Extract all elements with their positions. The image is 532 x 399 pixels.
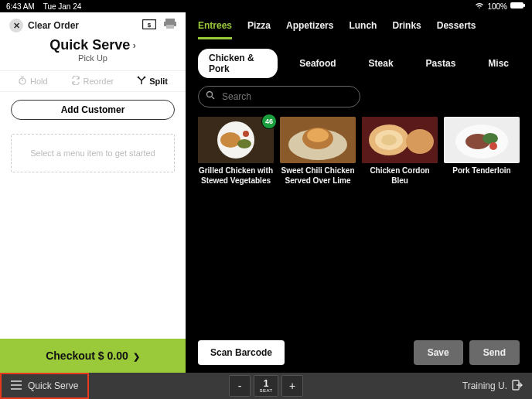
checkout-button[interactable]: Checkout $ 0.00❯ [0,339,186,373]
bottom-bar: Quick Serve - 1 SEAT + Training U. [0,373,532,399]
tab-entrees[interactable]: Entrees [198,20,232,39]
subcategory-tabs: Chicken & Pork Seafood Steak Pastas Misc [186,39,532,78]
product-label: Chicken Cordon Bleu [362,166,438,186]
cash-icon[interactable]: $ [142,19,156,32]
svg-rect-6 [166,25,174,29]
subtab-seafood[interactable]: Seafood [288,54,346,73]
svg-rect-1 [523,4,525,7]
product-label: Grilled Chicken with Stewed Vegetables [198,166,274,186]
svg-point-29 [489,142,497,150]
menu-panel: Entrees Pizza Appetizers Lunch Drinks De… [186,12,532,373]
product-grid: 46 Grilled Chicken with Stewed Vegetable… [186,117,532,186]
svg-rect-0 [510,2,523,9]
product-card[interactable]: Pork Tenderloin [444,117,520,186]
tab-drinks[interactable]: Drinks [392,20,421,39]
tab-lunch[interactable]: Lunch [349,20,377,39]
svg-point-24 [406,129,434,154]
svg-rect-4 [165,19,175,22]
subtab-chicken-pork[interactable]: Chicken & Pork [198,49,278,78]
reorder-button[interactable]: Reorder [71,76,114,87]
reorder-icon [71,76,80,87]
inventory-badge: 46 [261,114,277,129]
order-panel: ✕ Clear Order $ Quick Serve › Pick Up Ho [0,12,186,373]
svg-point-14 [237,139,251,148]
battery-icon [510,2,526,11]
product-image [362,117,438,163]
send-button[interactable]: Send [469,340,520,365]
logout-icon [512,380,523,393]
seat-increment-button[interactable]: + [281,375,303,397]
save-button[interactable]: Save [414,340,463,365]
chevron-right-icon: ❯ [133,352,140,361]
seat-stepper: - 1 SEAT + [229,375,303,397]
hold-button[interactable]: Hold [18,76,48,87]
status-date: Tue Jan 24 [43,2,82,11]
product-image [444,117,520,163]
empty-order-placeholder: Select a menu item to get started [11,134,175,172]
svg-point-9 [144,77,146,79]
user-menu-button[interactable]: Training U. [462,380,532,393]
svg-point-28 [483,133,498,144]
product-card[interactable]: Chicken Cordon Bleu [362,117,438,186]
add-customer-button[interactable]: Add Customer [11,100,175,120]
category-tabs: Entrees Pizza Appetizers Lunch Drinks De… [186,12,532,39]
svg-point-15 [243,131,249,137]
product-card[interactable]: Sweet Chili Chicken Served Over Lime [280,117,356,186]
mode-menu-button[interactable]: Quick Serve [0,373,89,399]
tab-appetizers[interactable]: Appetizers [286,20,333,39]
split-button[interactable]: Split [137,76,168,87]
clear-order-label: Clear Order [28,20,79,31]
subtab-steak[interactable]: Steak [358,54,404,73]
tab-desserts[interactable]: Desserts [437,20,476,39]
timer-icon [18,76,27,87]
seat-display[interactable]: 1 SEAT [254,375,278,397]
seat-decrement-button[interactable]: - [229,375,251,397]
chevron-right-icon: › [130,40,135,51]
close-icon: ✕ [9,19,23,32]
wifi-icon [475,2,484,11]
product-card[interactable]: 46 Grilled Chicken with Stewed Vegetable… [198,117,274,186]
order-type: Pick Up [0,53,186,63]
mode-label: Quick Serve [28,380,78,391]
product-image [280,117,356,163]
svg-point-13 [220,132,240,148]
battery-percent: 100% [487,2,507,11]
print-icon[interactable] [164,19,176,32]
svg-point-8 [138,77,140,79]
svg-point-23 [381,135,397,145]
search-input[interactable] [198,86,360,107]
subtab-pastas[interactable]: Pastas [415,54,467,73]
hamburger-icon [11,380,22,392]
svg-text:$: $ [148,22,152,29]
clear-order-button[interactable]: ✕ Clear Order [9,19,79,32]
status-bar: 6:43 AM Tue Jan 24 100% [0,0,532,12]
svg-point-10 [207,92,213,97]
subtab-misc[interactable]: Misc [477,54,520,73]
tab-pizza[interactable]: Pizza [247,20,271,39]
scan-barcode-button[interactable]: Scan Barcode [198,340,285,365]
order-title[interactable]: Quick Serve › [0,37,186,53]
split-icon [137,76,146,87]
search-icon [206,90,215,102]
user-label: Training U. [462,380,507,391]
svg-point-19 [307,128,329,142]
status-time: 6:43 AM [6,2,35,11]
product-label: Sweet Chili Chicken Served Over Lime [280,166,356,186]
product-label: Pork Tenderloin [444,166,520,176]
